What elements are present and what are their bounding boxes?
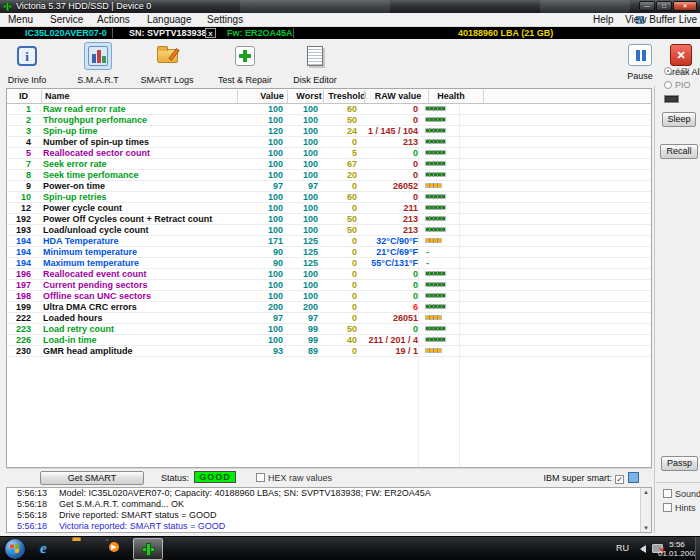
smart-row-7-5[interactable]: 7Seek error rate100100670 bbox=[7, 159, 651, 170]
app-icon bbox=[3, 2, 12, 11]
smart-row-196-15[interactable]: 196Reallocated event count10010000 bbox=[7, 269, 651, 280]
recall-button[interactable]: Recall bbox=[660, 144, 698, 159]
smart-row-1-0[interactable]: 1Raw read error rate100100600 bbox=[7, 104, 651, 115]
toolbar-disk-editor[interactable]: Disk Editor bbox=[281, 40, 349, 84]
attr-raw-value: 0 bbox=[359, 159, 418, 169]
break-all-button[interactable]: ✕ Break All bbox=[666, 40, 696, 84]
attr-treshold: 0 bbox=[322, 269, 357, 279]
health-dots bbox=[426, 170, 446, 180]
menu-service[interactable]: Service bbox=[50, 14, 83, 25]
attr-raw-value: 0 bbox=[359, 280, 418, 290]
language-indicator[interactable]: RU bbox=[616, 543, 629, 553]
health-dots bbox=[426, 236, 442, 246]
menu-help[interactable]: Help bbox=[593, 14, 614, 25]
menu-menu[interactable]: Menu bbox=[8, 14, 33, 25]
speaker-icon[interactable] bbox=[636, 545, 646, 553]
smart-row-198-17[interactable]: 198Offline scan UNC sectors10010000 bbox=[7, 291, 651, 302]
toolbar-s-m-a-r-t[interactable]: S.M.A.R.T bbox=[64, 40, 132, 84]
minimize-button[interactable]: — bbox=[639, 1, 655, 11]
attr-treshold: 0 bbox=[322, 302, 357, 312]
smart-row-194-13[interactable]: 194Minimum temperature90125021°C/69°F- bbox=[7, 247, 651, 258]
smart-row-8-6[interactable]: 8Seek time perfomance100100200 bbox=[7, 170, 651, 181]
attr-raw-value: 0 bbox=[359, 170, 418, 180]
attr-value: 90 bbox=[239, 247, 283, 257]
toolbar-label: Disk Editor bbox=[281, 75, 349, 85]
ibm-super-smart-checkbox[interactable]: ✓ bbox=[615, 473, 627, 484]
smart-row-9-7[interactable]: 9Power-on time9797026052 bbox=[7, 181, 651, 192]
clock[interactable]: 5:56 01.01.2002 bbox=[658, 540, 696, 558]
attr-name: Reallocated sector count bbox=[43, 148, 150, 158]
passp-button[interactable]: Passp bbox=[661, 456, 698, 471]
toolbar-test-repair[interactable]: Test & Repair bbox=[211, 40, 279, 84]
smart-row-4-3[interactable]: 4Number of spin-up times1001000213 bbox=[7, 137, 651, 148]
internet-explorer-icon[interactable]: e bbox=[40, 540, 47, 557]
attr-id: 194 bbox=[7, 236, 31, 246]
attr-id: 3 bbox=[7, 126, 31, 136]
get-smart-button[interactable]: Get SMART bbox=[40, 471, 144, 485]
table-header: ID Name Value Worst Treshold RAW value H… bbox=[7, 89, 651, 104]
smart-row-197-16[interactable]: 197Current pending sectors10010000 bbox=[7, 280, 651, 291]
attr-worst: 100 bbox=[285, 225, 318, 235]
hints-checkbox[interactable]: Hints bbox=[663, 503, 696, 513]
smart-row-223-20[interactable]: 223Load retry count10099500 bbox=[7, 324, 651, 335]
close-device-button[interactable]: x bbox=[205, 28, 216, 38]
attr-treshold: 60 bbox=[322, 192, 357, 202]
col-value[interactable]: Value bbox=[247, 91, 297, 101]
smart-row-5-4[interactable]: 5Reallocated sector count10010050 bbox=[7, 148, 651, 159]
col-worst[interactable]: Worst bbox=[292, 91, 326, 101]
sound-checkbox[interactable]: Sound bbox=[663, 489, 700, 499]
smart-row-230-22[interactable]: 230GMR head amplitude9389019 / 1 bbox=[7, 346, 651, 357]
victoria-taskbar-button[interactable] bbox=[133, 538, 163, 560]
sleep-button[interactable]: Sleep bbox=[662, 112, 696, 127]
smart-row-194-14[interactable]: 194Maximum temperature90125055°C/131°F- bbox=[7, 258, 651, 269]
radio-pio[interactable]: PIO bbox=[664, 80, 691, 90]
col-health[interactable]: Health bbox=[431, 91, 471, 101]
menu-actions[interactable]: Actions bbox=[97, 14, 130, 25]
smart-row-2-1[interactable]: 2Throughput perfomance100100500 bbox=[7, 115, 651, 126]
pause-button[interactable]: Pause bbox=[625, 40, 655, 84]
attr-worst: 100 bbox=[285, 126, 318, 136]
health-dots bbox=[426, 214, 446, 224]
smart-row-3-2[interactable]: 3Spin-up time120100241 / 145 / 104 bbox=[7, 126, 651, 137]
smart-row-222-19[interactable]: 222Loaded hours9797026051 bbox=[7, 313, 651, 324]
title-bar[interactable]: Victoria 5.37 HDD/SSD | Device 0 — □ ✕ bbox=[0, 0, 700, 13]
attr-name: Load retry count bbox=[43, 324, 114, 334]
device-serial: SN: SVPTV183938 bbox=[129, 27, 207, 39]
col-name[interactable]: Name bbox=[45, 91, 70, 101]
smart-row-193-11[interactable]: 193Load/unload cycle count10010050213 bbox=[7, 225, 651, 236]
col-raw-value[interactable]: RAW value bbox=[369, 91, 427, 101]
close-button[interactable]: ✕ bbox=[673, 1, 697, 11]
attr-name: Current pending sectors bbox=[43, 280, 148, 290]
menu-settings[interactable]: Settings bbox=[207, 14, 243, 25]
hex-raw-values-checkbox[interactable]: HEX raw values bbox=[256, 473, 332, 483]
ibm-smart-indicator[interactable] bbox=[628, 472, 639, 483]
log-scrollbar[interactable]: ▲ ▼ bbox=[640, 488, 651, 532]
smart-row-192-10[interactable]: 192Power Off Cycles count + Retract coun… bbox=[7, 214, 651, 225]
smart-row-12-9[interactable]: 12Power cycle count1001000211 bbox=[7, 203, 651, 214]
health-dots bbox=[426, 280, 446, 290]
col-treshold[interactable]: Treshold bbox=[327, 91, 367, 101]
attr-raw-value: 211 / 201 / 4 bbox=[359, 335, 418, 345]
smart-row-10-8[interactable]: 10Spin-up retries100100600 bbox=[7, 192, 651, 203]
maximize-button[interactable]: □ bbox=[656, 1, 672, 11]
toolbar-smart-logs[interactable]: SMART Logs bbox=[133, 40, 201, 84]
smart-row-194-12[interactable]: 194HDA Temperature171125032°C/90°F bbox=[7, 236, 651, 247]
menu-language[interactable]: Language bbox=[147, 14, 192, 25]
radio-api[interactable]: API bbox=[664, 66, 690, 76]
col-id[interactable]: ID bbox=[19, 91, 28, 101]
health-dots bbox=[426, 269, 446, 279]
start-button[interactable] bbox=[5, 539, 25, 559]
health-dots bbox=[426, 137, 446, 147]
attr-treshold: 50 bbox=[322, 214, 357, 224]
toolbar-drive-info[interactable]: iDrive Info bbox=[0, 40, 61, 84]
attr-value: 100 bbox=[239, 148, 283, 158]
scroll-up-icon[interactable]: ▲ bbox=[641, 489, 651, 495]
scroll-down-icon[interactable]: ▼ bbox=[641, 525, 651, 531]
view-buffer-live[interactable]: View Buffer Live bbox=[625, 14, 697, 25]
show-desktop-button[interactable] bbox=[695, 537, 700, 560]
attr-raw-value: 55°C/131°F bbox=[359, 258, 418, 268]
clock-date: 01.01.2002 bbox=[658, 549, 696, 558]
smart-row-199-18[interactable]: 199Ultra DMA CRC errors20020006 bbox=[7, 302, 651, 313]
smart-row-226-21[interactable]: 226Load-in time1009940211 / 201 / 4 bbox=[7, 335, 651, 346]
attr-worst: 100 bbox=[285, 148, 318, 158]
